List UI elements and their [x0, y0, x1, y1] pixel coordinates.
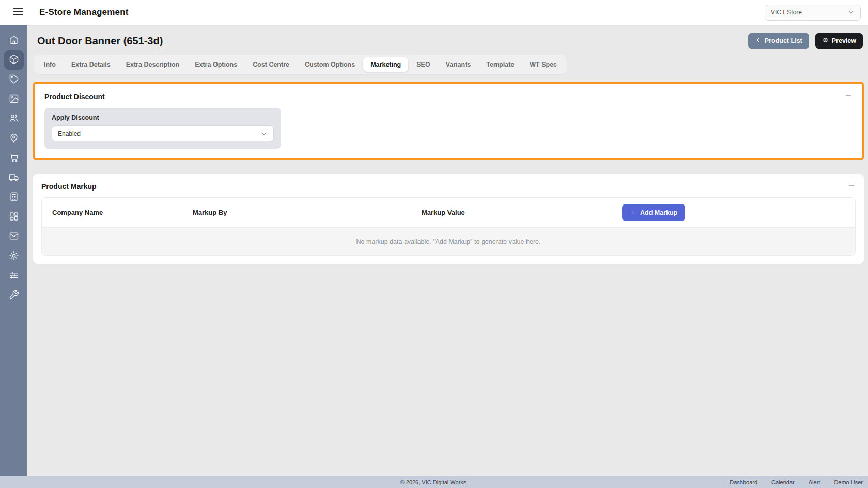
- footer-link-alert[interactable]: Alert: [809, 479, 820, 485]
- plus-icon: [630, 209, 637, 217]
- sidebar-item-shipping[interactable]: [4, 168, 24, 187]
- sidebar: [0, 25, 27, 476]
- markup-table: Company Name Markup By Markup Value Add …: [41, 197, 856, 256]
- preview-button[interactable]: Preview: [815, 33, 863, 49]
- chevron-down-icon: [260, 130, 268, 137]
- sidebar-item-preferences[interactable]: [4, 266, 24, 286]
- page-title: Out Door Banner (651-3d): [37, 35, 163, 47]
- sidebar-item-apps[interactable]: [4, 207, 24, 227]
- tab-custom-options[interactable]: Custom Options: [298, 57, 362, 72]
- sidebar-item-orders[interactable]: [4, 148, 24, 168]
- apply-discount-panel: Apply Discount Enabled: [44, 108, 281, 149]
- tab-extra-details[interactable]: Extra Details: [64, 57, 118, 72]
- tab-info[interactable]: Info: [37, 57, 63, 72]
- cube-icon: [9, 54, 19, 66]
- preview-button-label: Preview: [832, 37, 856, 44]
- tab-extra-options[interactable]: Extra Options: [188, 57, 244, 72]
- menu-toggle-button[interactable]: [10, 5, 26, 20]
- store-selector[interactable]: VIC EStore: [765, 5, 861, 21]
- sidebar-item-settings[interactable]: [4, 246, 24, 266]
- sidebar-item-customers[interactable]: [4, 109, 24, 129]
- column-markup-by: Markup By: [193, 209, 422, 216]
- column-company-name: Company Name: [52, 209, 193, 216]
- tab-marketing[interactable]: Marketing: [363, 57, 408, 72]
- markup-empty-state: No markup data available. "Add Markup" t…: [42, 227, 855, 255]
- sidebar-item-invoices[interactable]: [4, 187, 24, 207]
- apply-discount-select[interactable]: Enabled: [52, 125, 274, 141]
- sidebar-item-messages[interactable]: [4, 227, 24, 246]
- sliders-icon: [9, 270, 19, 282]
- footer-link-demo-user[interactable]: Demo User: [834, 479, 863, 485]
- product-discount-title: Product Discount: [44, 92, 105, 101]
- store-selector-value: VIC EStore: [771, 9, 802, 16]
- calculator-icon: [9, 192, 19, 203]
- app-root: E-Store Management VIC EStore: [0, 0, 868, 488]
- main-content: Out Door Banner (651-3d) Product List Pr…: [27, 25, 868, 476]
- product-list-button-label: Product List: [765, 37, 802, 44]
- app-title: E-Store Management: [39, 7, 129, 18]
- minus-icon: [847, 181, 856, 191]
- sidebar-item-tools[interactable]: [4, 286, 24, 305]
- eye-icon: [822, 37, 829, 45]
- tab-template[interactable]: Template: [479, 57, 521, 72]
- copyright-text: © 2026, VIC Digital Works.: [400, 479, 468, 485]
- product-markup-title: Product Markup: [41, 182, 97, 191]
- sidebar-item-products[interactable]: [4, 50, 24, 70]
- grid-icon: [9, 211, 19, 223]
- sidebar-item-locations[interactable]: [4, 129, 24, 148]
- users-icon: [9, 113, 19, 125]
- hamburger-icon: [12, 6, 24, 20]
- apply-discount-value: Enabled: [58, 130, 81, 137]
- chevron-down-icon: [847, 9, 855, 16]
- sidebar-item-media[interactable]: [4, 89, 24, 109]
- tab-wt-spec[interactable]: WT Spec: [522, 57, 564, 72]
- cart-icon: [9, 152, 19, 164]
- truck-icon: [9, 172, 19, 184]
- product-markup-section: Product Markup Company Name Markup By Ma…: [33, 174, 864, 264]
- apply-discount-label: Apply Discount: [52, 114, 274, 121]
- markup-table-header: Company Name Markup By Markup Value Add …: [42, 198, 855, 227]
- tag-icon: [9, 74, 19, 86]
- add-markup-button-label: Add Markup: [640, 209, 677, 216]
- sidebar-item-tags[interactable]: [4, 70, 24, 89]
- collapse-discount-button[interactable]: [844, 91, 853, 101]
- gear-icon: [9, 250, 19, 262]
- footer: © 2026, VIC Digital Works. Dashboard Cal…: [0, 476, 868, 488]
- footer-link-calendar[interactable]: Calendar: [771, 479, 795, 485]
- tab-seo[interactable]: SEO: [409, 57, 437, 72]
- product-list-button[interactable]: Product List: [748, 33, 809, 49]
- chevron-left-icon: [755, 37, 762, 45]
- tab-cost-centre[interactable]: Cost Centre: [245, 57, 297, 72]
- map-pin-icon: [9, 133, 19, 145]
- product-tabs: Info Extra Details Extra Description Ext…: [34, 55, 567, 74]
- collapse-markup-button[interactable]: [847, 181, 856, 191]
- product-discount-section: Product Discount Apply Discount Enabled: [33, 82, 864, 160]
- image-icon: [9, 93, 19, 105]
- column-markup-value: Markup Value: [422, 209, 622, 216]
- add-markup-button[interactable]: Add Markup: [622, 204, 685, 221]
- home-icon: [9, 35, 19, 46]
- mail-icon: [9, 231, 19, 243]
- tab-extra-description[interactable]: Extra Description: [119, 57, 187, 72]
- footer-link-dashboard[interactable]: Dashboard: [730, 479, 757, 485]
- top-header: E-Store Management VIC EStore: [0, 0, 868, 25]
- tab-variants[interactable]: Variants: [439, 57, 478, 72]
- wrench-icon: [9, 290, 19, 302]
- minus-icon: [844, 91, 853, 101]
- sidebar-item-home[interactable]: [4, 30, 24, 50]
